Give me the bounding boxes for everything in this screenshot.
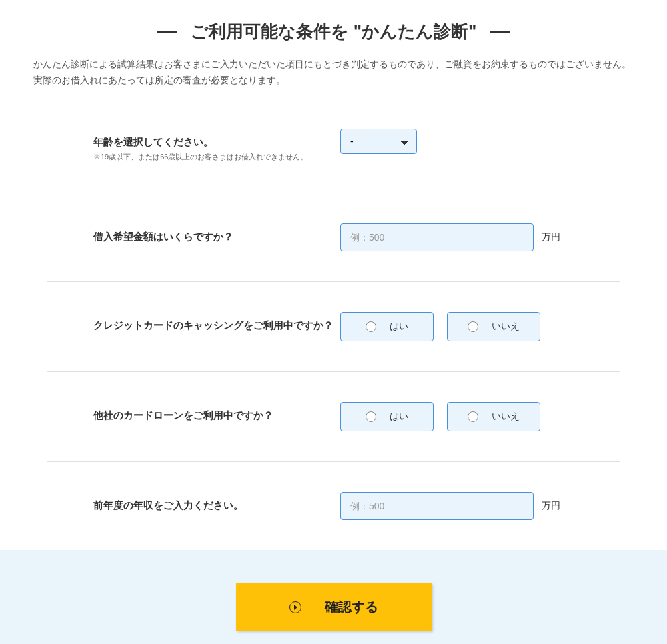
title-text: ご利用可能な条件を "かんたん診断" xyxy=(191,20,477,43)
age-label: 年齢を選択してください。 ※19歳以下、または66歳以上のお客さまはお借入れでき… xyxy=(93,129,340,163)
play-circle-icon xyxy=(289,601,301,613)
credit-card-yes-option[interactable]: はい xyxy=(340,312,434,341)
credit-card-input-area: はい いいえ xyxy=(340,312,574,341)
form-row-income: 前年度の年収をご入力ください。 万円 xyxy=(47,462,620,550)
income-label: 前年度の年収をご入力ください。 xyxy=(93,492,340,513)
radio-label: はい xyxy=(390,411,408,423)
radio-label: いいえ xyxy=(492,411,520,423)
form-row-amount: 借入希望金額はいくらですか？ 万円 xyxy=(47,193,620,282)
income-input[interactable] xyxy=(340,492,534,520)
radio-label: はい xyxy=(390,321,408,333)
income-input-area: 万円 xyxy=(340,492,574,520)
dash-right-icon xyxy=(490,31,510,33)
other-loan-yes-option[interactable]: はい xyxy=(340,402,434,431)
other-loan-no-option[interactable]: いいえ xyxy=(447,402,540,431)
form-row-other-loan: 他社のカードローンをご利用中ですか？ はい いいえ xyxy=(47,372,620,462)
age-note: ※19歳以下、または66歳以上のお客さまはお借入れできません。 xyxy=(93,151,340,163)
amount-label: 借入希望金額はいくらですか？ xyxy=(93,223,340,245)
form-row-age: 年齢を選択してください。 ※19歳以下、または66歳以上のお客さまはお借入れでき… xyxy=(47,115,620,194)
amount-unit: 万円 xyxy=(542,231,560,243)
age-select[interactable]: - xyxy=(340,129,417,154)
diagnosis-form-container: ご利用可能な条件を "かんたん診断" かんたん診断による試算結果はお客さまにご入… xyxy=(0,0,667,644)
radio-icon xyxy=(366,411,376,422)
radio-icon xyxy=(468,411,478,422)
form-section: 年齢を選択してください。 ※19歳以下、または66歳以上のお客さまはお借入れでき… xyxy=(0,115,667,551)
page-title: ご利用可能な条件を "かんたん診断" xyxy=(157,20,510,43)
radio-label: いいえ xyxy=(492,321,520,333)
dash-left-icon xyxy=(157,31,177,33)
credit-card-label: クレジットカードのキャッシングをご利用中ですか？ xyxy=(93,312,340,333)
credit-card-radio-group: はい いいえ xyxy=(340,312,540,341)
age-input-area: - xyxy=(340,129,574,154)
form-row-credit-card: クレジットカードのキャッシングをご利用中ですか？ はい いいえ xyxy=(47,282,620,372)
other-loan-input-area: はい いいえ xyxy=(340,402,574,431)
amount-input[interactable] xyxy=(340,223,534,251)
other-loan-label: 他社のカードローンをご利用中ですか？ xyxy=(93,402,340,423)
radio-icon xyxy=(468,321,478,332)
radio-icon xyxy=(366,321,376,332)
other-loan-radio-group: はい いいえ xyxy=(340,402,540,431)
submit-button[interactable]: 確認する xyxy=(236,583,432,631)
footer: 確認する xyxy=(0,550,667,644)
description-text: かんたん診断による試算結果はお客さまにご入力いただいた項目にもとづき判定するもの… xyxy=(0,57,667,115)
income-unit: 万円 xyxy=(542,500,560,512)
amount-input-area: 万円 xyxy=(340,223,574,251)
header: ご利用可能な条件を "かんたん診断" xyxy=(0,0,667,57)
submit-label: 確認する xyxy=(325,598,378,616)
credit-card-no-option[interactable]: いいえ xyxy=(447,312,540,341)
